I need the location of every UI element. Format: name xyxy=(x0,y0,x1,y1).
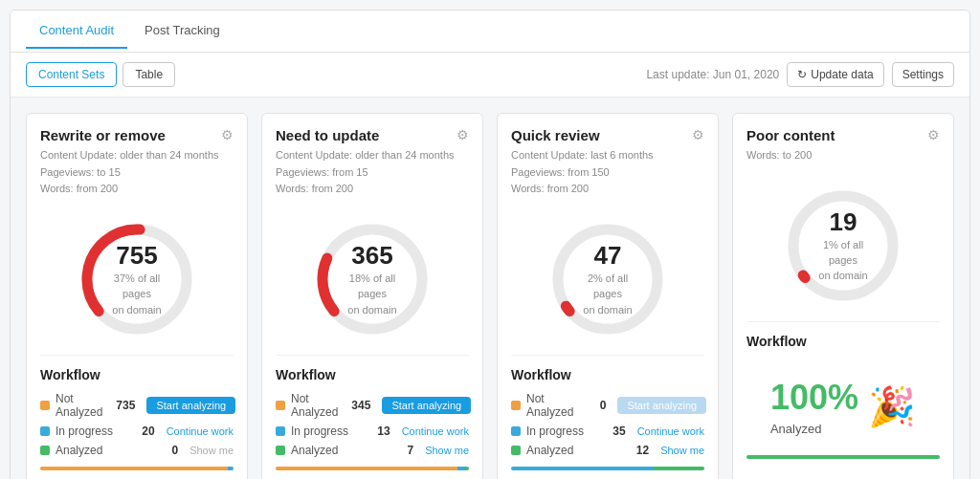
progress-bar xyxy=(746,455,940,459)
workflow-action[interactable]: Show me xyxy=(189,444,234,457)
start-analyzing-button-disabled: Start analyzing xyxy=(617,397,706,414)
donut-number: 19 xyxy=(813,207,875,237)
card-need-to-update: Need to update Content Update: older tha… xyxy=(261,113,483,479)
toolbar: Content Sets Table Last update: Jun 01, … xyxy=(11,53,969,98)
workflow-link-in_progress[interactable]: Continue work xyxy=(402,425,469,437)
card-quick-review: Quick review Content Update: last 6 mont… xyxy=(497,113,719,479)
workflow-row-not_analyzed: Not Analyzed 345 Start analyzing xyxy=(276,392,469,419)
card-meta: Content Update: older than 24 monthsPage… xyxy=(40,147,219,198)
donut-number: 755 xyxy=(106,241,168,271)
donut-center: 365 18% of all pageson domain xyxy=(342,241,404,317)
donut-chart: 365 18% of all pageson domain xyxy=(310,217,434,341)
card-title: Rewrite or remove xyxy=(40,127,219,143)
card-rewrite-or-remove: Rewrite or remove Content Update: older … xyxy=(26,113,248,479)
donut-chart: 19 1% of all pageson domain xyxy=(781,184,905,308)
donut-label: 18% of all pageson domain xyxy=(347,272,396,316)
donut-label: 37% of all pageson domain xyxy=(112,272,161,316)
card-header: Rewrite or remove Content Update: older … xyxy=(27,114,247,207)
workflow-label: In progress xyxy=(56,425,122,438)
workflow-label: Analyzed xyxy=(56,444,145,457)
workflow-row-not_analyzed: Not Analyzed 0 Start analyzing xyxy=(511,392,704,419)
tab-post-tracking[interactable]: Post Tracking xyxy=(131,13,234,49)
workflow-label: Not Analyzed xyxy=(526,392,573,419)
workflow-link-in_progress[interactable]: Continue work xyxy=(637,425,704,437)
workflow-row-in_progress: In progress 13 Continue work xyxy=(276,425,469,438)
card-header: Need to update Content Update: older tha… xyxy=(262,114,482,207)
workflow-title: Workflow xyxy=(40,367,234,382)
workflow-dot-orange xyxy=(40,401,50,410)
card-title: Need to update xyxy=(276,127,455,143)
progress-bar xyxy=(276,467,469,470)
workflow-dot-blue xyxy=(511,426,521,436)
workflow-section-quick-review: Workflow Not Analyzed 0 Start analyzing … xyxy=(498,356,718,479)
hundred-area: 100% Analyzed 🎉 xyxy=(746,359,940,446)
workflow-action[interactable]: Continue work xyxy=(402,425,469,438)
workflow-title: Workflow xyxy=(746,334,940,349)
workflow-action[interactable]: Start analyzing xyxy=(382,397,471,414)
hundred-pct-label: 100% xyxy=(770,378,858,418)
start-analyzing-button[interactable]: Start analyzing xyxy=(382,397,471,414)
workflow-section-poor-content: Workflow 100% Analyzed 🎉 xyxy=(733,322,953,472)
workflow-action[interactable]: Start analyzing xyxy=(617,397,706,414)
workflow-title: Workflow xyxy=(276,367,469,382)
donut-label: 2% of all pageson domain xyxy=(583,272,632,316)
donut-chart: 755 37% of all pageson domain xyxy=(75,217,199,341)
gear-icon[interactable]: ⚙ xyxy=(221,127,234,142)
workflow-row-in_progress: In progress 35 Continue work xyxy=(511,425,704,438)
card-poor-content: Poor content Words: to 200 ⚙ 19 1% of al… xyxy=(732,113,954,479)
chart-area: 365 18% of all pageson domain xyxy=(262,207,482,355)
card-meta: Content Update: last 6 monthsPageviews: … xyxy=(511,147,654,198)
workflow-row-in_progress: In progress 20 Continue work xyxy=(40,425,234,438)
donut-center: 19 1% of all pageson domain xyxy=(813,207,875,284)
cards-grid: Rewrite or remove Content Update: older … xyxy=(11,98,969,479)
tab-content-audit[interactable]: Content Audit xyxy=(26,13,127,49)
card-meta: Words: to 200 xyxy=(746,147,835,164)
workflow-count: 12 xyxy=(622,444,649,457)
workflow-label: Not Analyzed xyxy=(56,392,102,419)
donut-chart: 47 2% of all pageson domain xyxy=(546,217,670,341)
workflow-title: Workflow xyxy=(511,367,704,382)
workflow-section-need-to-update: Workflow Not Analyzed 345 Start analyzin… xyxy=(262,356,482,479)
refresh-icon: ↻ xyxy=(797,68,807,81)
progress-bar xyxy=(511,467,704,470)
settings-button[interactable]: Settings xyxy=(892,62,954,87)
content-sets-button[interactable]: Content Sets xyxy=(26,62,117,87)
workflow-link-analyzed[interactable]: Show me xyxy=(660,445,704,456)
workflow-count: 7 xyxy=(387,444,413,457)
workflow-link-in_progress[interactable]: Continue work xyxy=(167,425,234,437)
workflow-label: Analyzed xyxy=(291,444,381,457)
workflow-count: 20 xyxy=(128,425,155,438)
donut-center: 755 37% of all pageson domain xyxy=(106,241,168,317)
gear-icon[interactable]: ⚙ xyxy=(692,127,704,142)
workflow-action[interactable]: Show me xyxy=(425,444,469,457)
workflow-count: 0 xyxy=(151,444,178,457)
workflow-dot-green xyxy=(276,446,285,455)
gear-icon[interactable]: ⚙ xyxy=(927,127,940,142)
workflow-action[interactable]: Start analyzing xyxy=(146,397,235,414)
donut-label: 1% of all pageson domain xyxy=(818,239,867,282)
card-title: Poor content xyxy=(746,127,835,143)
workflow-link-analyzed[interactable]: Show me xyxy=(425,445,469,456)
donut-number: 365 xyxy=(342,241,404,271)
gear-icon[interactable]: ⚙ xyxy=(457,127,469,142)
workflow-action[interactable]: Continue work xyxy=(637,425,704,438)
last-update-text: Last update: Jun 01, 2020 xyxy=(646,68,779,81)
start-analyzing-button[interactable]: Start analyzing xyxy=(146,397,235,414)
update-data-button[interactable]: ↻ Update data xyxy=(787,62,883,87)
toolbar-left: Content Sets Table xyxy=(26,62,638,87)
workflow-section-rewrite-or-remove: Workflow Not Analyzed 735 Start analyzin… xyxy=(27,356,247,479)
workflow-action[interactable]: Show me xyxy=(660,444,704,457)
table-button[interactable]: Table xyxy=(122,62,175,87)
card-title: Quick review xyxy=(511,127,654,143)
workflow-row-analyzed: Analyzed 0 Show me xyxy=(40,444,234,457)
workflow-dot-orange xyxy=(511,401,521,410)
app-container: Content Audit Post Tracking Content Sets… xyxy=(10,10,970,479)
workflow-link-analyzed[interactable]: Show me xyxy=(189,445,234,456)
workflow-dot-green xyxy=(511,446,521,455)
workflow-count: 345 xyxy=(344,399,370,412)
top-nav: Content Audit Post Tracking xyxy=(11,11,969,53)
workflow-action[interactable]: Continue work xyxy=(167,425,234,438)
workflow-count: 735 xyxy=(108,399,135,412)
analyzed-label: Analyzed xyxy=(770,422,858,436)
workflow-row-not_analyzed: Not Analyzed 735 Start analyzing xyxy=(40,392,234,419)
